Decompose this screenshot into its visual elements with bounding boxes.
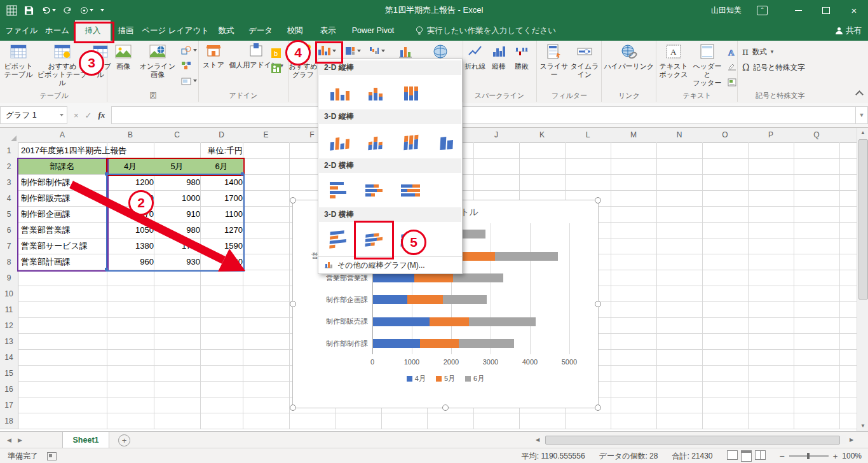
vertical-scrollbar[interactable]: ▲ ▼ bbox=[857, 127, 868, 431]
row-header-7[interactable]: 7 bbox=[0, 238, 18, 254]
chart-type-col-stacked-icon[interactable] bbox=[360, 78, 391, 106]
select-all-corner[interactable] bbox=[0, 127, 18, 143]
column-header-B[interactable]: B bbox=[107, 127, 154, 143]
sparkline-line-button[interactable]: 折れ線 bbox=[464, 42, 487, 71]
tab-power-pivot[interactable]: Power Pivot bbox=[344, 20, 402, 41]
row-header-5[interactable]: 5 bbox=[0, 206, 18, 223]
scroll-down-icon[interactable]: ▼ bbox=[857, 420, 868, 431]
object-icon[interactable] bbox=[726, 75, 738, 89]
row-header-11[interactable]: 11 bbox=[0, 301, 18, 318]
chart-selection-handle[interactable] bbox=[595, 301, 601, 307]
ribbon-display-options-icon[interactable]: ⌃ bbox=[757, 6, 768, 15]
insert-function-icon[interactable]: fx bbox=[98, 110, 105, 120]
touch-mode-button[interactable] bbox=[80, 6, 93, 15]
row-header-14[interactable]: 14 bbox=[0, 349, 18, 366]
column-header-M[interactable]: M bbox=[611, 127, 657, 143]
chart-type-bar-stacked-icon[interactable] bbox=[360, 176, 391, 204]
new-sheet-button[interactable]: + bbox=[118, 434, 130, 446]
close-button[interactable]: × bbox=[840, 0, 868, 20]
redo-button[interactable] bbox=[63, 6, 73, 15]
chart-type-col3d-100-icon[interactable] bbox=[396, 127, 426, 155]
column-header-Q[interactable]: Q bbox=[794, 127, 840, 143]
column-header-A[interactable]: A bbox=[18, 127, 107, 143]
people-graph-icon[interactable] bbox=[269, 61, 283, 75]
chart-type-col3d-icon[interactable] bbox=[431, 127, 462, 155]
smartart-icon[interactable] bbox=[179, 59, 199, 73]
bing-maps-icon[interactable]: b bbox=[269, 46, 283, 60]
chart-selection-handle[interactable] bbox=[290, 197, 296, 204]
row-header-17[interactable]: 17 bbox=[0, 397, 18, 413]
pictures-button[interactable]: 画像 bbox=[111, 42, 136, 71]
chart-bar[interactable] bbox=[373, 317, 536, 326]
chart-type-col3d-stacked-icon[interactable] bbox=[360, 127, 391, 155]
chart-type-col3d-clustered-icon[interactable] bbox=[325, 127, 355, 155]
chart-selection-handle[interactable] bbox=[290, 404, 296, 411]
column-header-L[interactable]: L bbox=[565, 127, 611, 143]
macro-record-icon[interactable] bbox=[47, 452, 57, 460]
column-header-P[interactable]: P bbox=[748, 127, 794, 143]
row-header-3[interactable]: 3 bbox=[0, 174, 18, 191]
scroll-left-icon[interactable]: ◀ bbox=[532, 437, 543, 443]
range-corner-handle[interactable] bbox=[241, 172, 244, 176]
maximize-button[interactable] bbox=[812, 0, 840, 20]
column-header-E[interactable]: E bbox=[243, 127, 290, 143]
row-header-12[interactable]: 12 bbox=[0, 317, 18, 334]
row-header-13[interactable]: 13 bbox=[0, 333, 18, 350]
zoom-out-icon[interactable]: − bbox=[780, 451, 785, 461]
chart-selection-handle[interactable] bbox=[290, 301, 296, 307]
wordart-icon[interactable]: A bbox=[726, 45, 738, 59]
cancel-icon[interactable]: × bbox=[74, 111, 79, 120]
chart-selection-handle[interactable] bbox=[595, 197, 601, 204]
tab-draw[interactable]: 描画 bbox=[111, 20, 141, 41]
range-corner-handle[interactable] bbox=[105, 268, 108, 271]
chart-selection-handle[interactable] bbox=[442, 404, 449, 411]
legend-item[interactable]: 5月 bbox=[436, 373, 455, 384]
chart-type-bar-clustered-icon[interactable] bbox=[325, 176, 355, 204]
zoom-level[interactable]: 100% bbox=[842, 452, 862, 460]
screenshot-icon[interactable] bbox=[179, 74, 199, 88]
tab-formulas[interactable]: 数式 bbox=[210, 20, 243, 41]
tab-review[interactable]: 校閲 bbox=[278, 20, 311, 41]
slicer-button[interactable]: スライサー bbox=[539, 42, 569, 79]
equation-button[interactable]: π 数式 ▾ bbox=[742, 46, 773, 57]
chart-bar[interactable] bbox=[373, 295, 487, 304]
row-header-16[interactable]: 16 bbox=[0, 381, 18, 397]
range-corner-handle[interactable] bbox=[105, 172, 108, 176]
column-header-partial[interactable] bbox=[839, 127, 857, 143]
tell-me-box[interactable]: 実行したい作業を入力してください bbox=[416, 20, 556, 41]
chart-bar[interactable] bbox=[373, 339, 514, 348]
chart-type-bar-100-icon[interactable] bbox=[396, 176, 426, 204]
save-button[interactable] bbox=[24, 6, 34, 15]
sparkline-column-button[interactable]: 縦棒 bbox=[488, 42, 510, 71]
page-layout-view-icon[interactable] bbox=[741, 450, 752, 462]
pivot-table-button[interactable]: ピボット テーブル bbox=[3, 42, 34, 79]
online-pictures-button[interactable]: オンライン 画像 bbox=[139, 42, 177, 79]
symbol-button[interactable]: Ω 記号と特殊文字 bbox=[742, 62, 804, 73]
chart-selection-handle[interactable] bbox=[595, 404, 601, 411]
hyperlink-button[interactable]: ハイパーリンク bbox=[604, 42, 654, 71]
column-header-D[interactable]: D bbox=[200, 127, 243, 143]
scroll-right-icon[interactable]: ▶ bbox=[846, 437, 857, 443]
column-header-C[interactable]: C bbox=[154, 127, 201, 143]
zoom-slider-thumb[interactable] bbox=[807, 453, 810, 459]
chart-type-col-clustered-icon[interactable] bbox=[325, 78, 355, 106]
row-header-8[interactable]: 8 bbox=[0, 254, 18, 270]
sheet-nav-prev-icon[interactable]: ◀ bbox=[4, 432, 15, 448]
normal-view-icon[interactable] bbox=[727, 450, 738, 460]
row-header-2[interactable]: 2 bbox=[0, 158, 18, 175]
page-break-view-icon[interactable] bbox=[755, 450, 766, 460]
chart-type-col-100-icon[interactable] bbox=[396, 78, 426, 106]
shapes-icon[interactable] bbox=[179, 43, 199, 57]
column-header-O[interactable]: O bbox=[702, 127, 749, 143]
sheet-nav-next-icon[interactable]: ▶ bbox=[15, 432, 25, 448]
sheet-tab-sheet1[interactable]: Sheet1 bbox=[62, 432, 109, 448]
share-button[interactable]: 共有 bbox=[836, 20, 862, 41]
text-box-button[interactable]: A テキスト ボックス bbox=[658, 42, 689, 79]
tab-page-layout[interactable]: ページ レイアウト bbox=[141, 20, 210, 41]
customize-qat-button[interactable] bbox=[100, 9, 104, 11]
insert-waterfall-chart-button[interactable] bbox=[366, 42, 388, 59]
chart-bar[interactable] bbox=[373, 273, 503, 282]
cell[interactable]: 2017年度第1四半期売上報告 bbox=[18, 142, 126, 158]
cell[interactable]: 単位:千円 bbox=[200, 142, 246, 158]
enter-icon[interactable]: ✓ bbox=[85, 111, 92, 120]
